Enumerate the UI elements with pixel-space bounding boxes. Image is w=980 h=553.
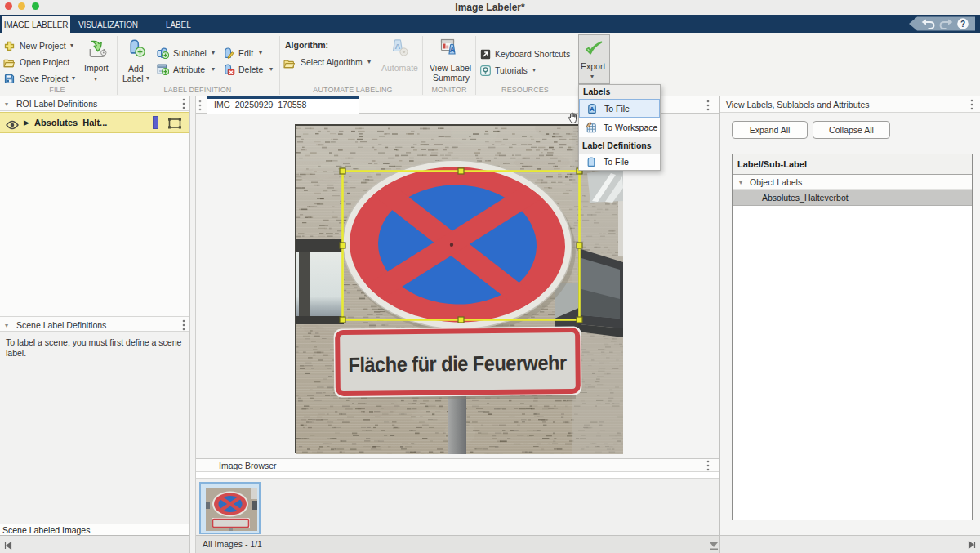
svg-text:?: ?: [960, 20, 965, 29]
svg-text:A: A: [395, 42, 401, 51]
svg-text:Fläche für die Feuerwehr: Fläche für die Feuerwehr: [348, 351, 567, 377]
svg-text:A: A: [590, 105, 595, 113]
svg-text:A: A: [450, 46, 455, 54]
